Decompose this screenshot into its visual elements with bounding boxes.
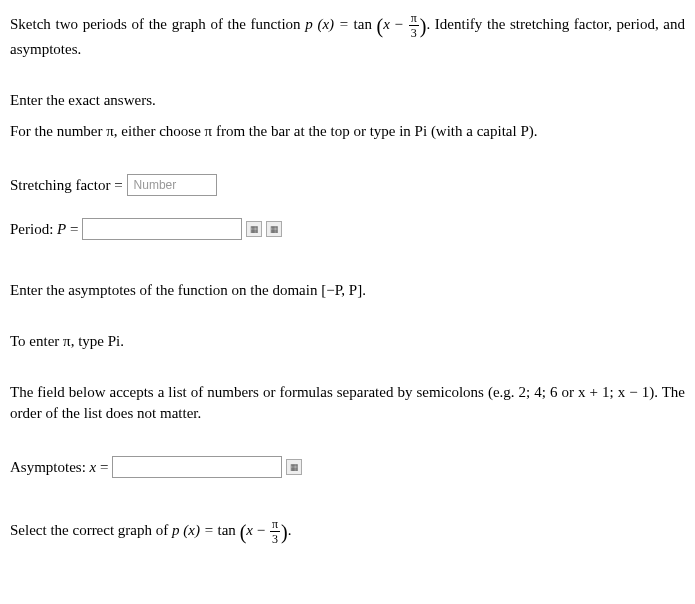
stretching-factor-label: Stretching factor =: [10, 175, 123, 196]
instruction-exact: Enter the exact answers.: [10, 90, 685, 111]
period-row: Period: P = ▦ ▦: [10, 218, 685, 240]
stretching-factor-input[interactable]: [127, 174, 217, 196]
asymptotes-row: Asymptotes: x = ▦: [10, 456, 685, 478]
asymptotes-input[interactable]: [112, 456, 282, 478]
function-expression: p (x) = tan (x − π3): [305, 16, 426, 32]
asymptote-pi-note: To enter π, type Pi.: [10, 331, 685, 352]
function-expression-2: p (x) = tan (x − π3): [172, 522, 288, 538]
asymptotes-label: Asymptotes: x =: [10, 457, 108, 478]
stretching-factor-row: Stretching factor =: [10, 174, 685, 196]
fraction: π3: [270, 518, 280, 545]
asymptote-intro: Enter the asymptotes of the function on …: [10, 280, 685, 301]
question-intro: Sketch two periods of the graph of the f…: [10, 12, 685, 60]
fraction: π3: [409, 12, 419, 39]
graph-select-prompt: Select the correct graph of p (x) = tan …: [10, 518, 685, 545]
domain-interval: [−P, P]: [321, 282, 362, 298]
list-format-note: The field below accepts a list of number…: [10, 382, 685, 424]
help-icon[interactable]: ▦: [266, 221, 282, 237]
period-input[interactable]: [82, 218, 242, 240]
equation-editor-icon[interactable]: ▦: [286, 459, 302, 475]
instruction-pi: For the number π, either choose π from t…: [10, 121, 685, 142]
equation-editor-icon[interactable]: ▦: [246, 221, 262, 237]
period-label: Period: P =: [10, 219, 78, 240]
intro-text-prefix: Sketch two periods of the graph of the f…: [10, 16, 305, 32]
